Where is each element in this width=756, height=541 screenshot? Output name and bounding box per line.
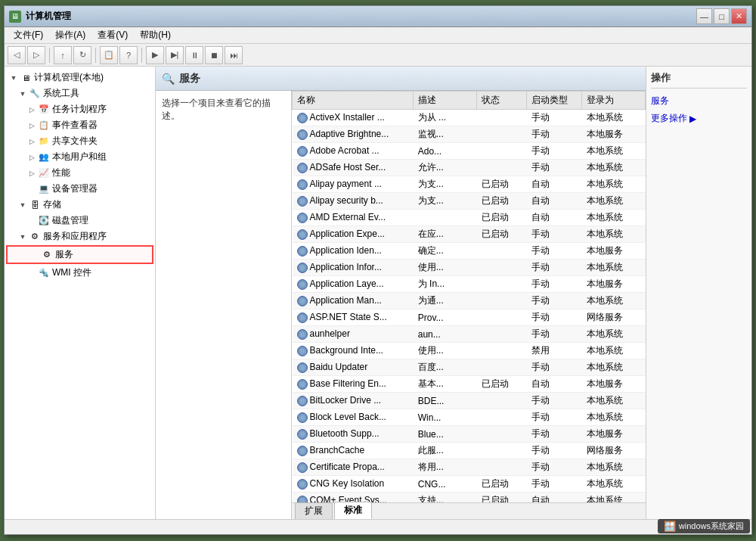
svc-status: 已启动 (477, 193, 527, 210)
bottom-tabs: 扩展 标准 (292, 502, 646, 519)
svc-startup: 手动 (527, 143, 582, 160)
close-button[interactable]: ✕ (731, 8, 747, 24)
svc-login: 本地系统 (582, 293, 646, 309)
svc-status (477, 160, 527, 176)
table-row[interactable]: Application Iden... 确定... 手动 本地服务 (293, 243, 646, 260)
table-row[interactable]: Application Infor... 使用... 手动 本地系统 (293, 260, 646, 276)
svc-status (477, 326, 527, 343)
table-row[interactable]: ActiveX Installer ... 为从 ... 手动 本地系统 (293, 110, 646, 126)
table-row[interactable]: BranchCache 此服... 手动 网络服务 (293, 443, 646, 459)
table-row[interactable]: aunhelper aun... 手动 本地系统 (293, 326, 646, 343)
svc-name: ActiveX Installer ... (293, 110, 414, 126)
menu-bar: 文件(F) 操作(A) 查看(V) 帮助(H) (5, 27, 751, 44)
sidebar-item-shared-folders[interactable]: ▷ 📁 共享文件夹 (5, 133, 155, 149)
table-row[interactable]: Block Level Back... Win... 手动 本地系统 (293, 409, 646, 426)
event-arrow: ▷ (26, 122, 38, 129)
service-list-panel: 名称 描述 状态 启动类型 登录为 ActiveX Installer ... … (292, 91, 646, 519)
watermark-logo: 🪟 (664, 521, 676, 532)
refresh-button[interactable]: ↻ (73, 46, 91, 64)
svc-login: 网络服务 (582, 309, 646, 326)
svc-name: Certificate Propa... (293, 459, 414, 476)
table-row[interactable]: Certificate Propa... 将用... 手动 本地系统 (293, 459, 646, 476)
forward-button[interactable]: ▷ (27, 46, 45, 64)
sidebar-item-event-viewer[interactable]: ▷ 📋 事件查看器 (5, 117, 155, 133)
svc-desc: 为支... (414, 176, 477, 193)
menu-file[interactable]: 文件(F) (8, 27, 49, 43)
table-row[interactable]: Application Man... 为通... 手动 本地系统 (293, 293, 646, 309)
stop-button[interactable]: ⏹ (205, 46, 223, 64)
pause-button[interactable]: ⏸ (185, 46, 203, 64)
svc-name: Base Filtering En... (293, 376, 414, 393)
table-row[interactable]: Background Inte... 使用... 禁用 本地系统 (293, 343, 646, 359)
svc-status (477, 359, 527, 376)
table-row[interactable]: BitLocker Drive ... BDE... 手动 本地系统 (293, 393, 646, 409)
skip-button[interactable]: ⏭ (225, 46, 243, 64)
menu-help[interactable]: 帮助(H) (134, 27, 177, 43)
menu-view[interactable]: 查看(V) (91, 27, 134, 43)
perf-label: 性能 (52, 166, 70, 179)
sidebar-item-wmi[interactable]: 🔩 WMI 控件 (5, 265, 155, 281)
sidebar-item-services-apps[interactable]: ▼ ⚙ 服务和应用程序 (5, 229, 155, 244)
table-row[interactable]: Application Expe... 在应... 已启动 手动 本地系统 (293, 226, 646, 243)
sidebar-item-device-manager[interactable]: 💻 设备管理器 (5, 181, 155, 197)
col-login[interactable]: 登录为 (582, 92, 646, 110)
tab-expand[interactable]: 扩展 (295, 502, 333, 519)
table-row[interactable]: Alipay payment ... 为支... 已启动 自动 本地系统 (293, 176, 646, 193)
table-row[interactable]: CNG Key Isolation CNG... 已启动 手动 本地系统 (293, 476, 646, 493)
sidebar-item-disk-mgmt[interactable]: 💽 磁盘管理 (5, 213, 155, 229)
table-row[interactable]: Alipay security b... 为支... 已启动 自动 本地系统 (293, 193, 646, 210)
svc-startup: 手动 (527, 226, 582, 243)
table-row[interactable]: Bluetooth Supp... Blue... 手动 本地服务 (293, 426, 646, 443)
sidebar-item-task-scheduler[interactable]: ▷ 📅 任务计划程序 (5, 101, 155, 117)
sidebar-item-performance[interactable]: ▷ 📈 性能 (5, 165, 155, 181)
col-name[interactable]: 名称 (293, 92, 414, 110)
svc-startup: 手动 (527, 126, 582, 143)
svc-desc: 使用... (414, 260, 477, 276)
export-button[interactable]: 📋 (100, 46, 118, 64)
svc-startup: 手动 (527, 243, 582, 260)
task-label: 任务计划程序 (52, 103, 107, 116)
svc-desc: 基本... (414, 376, 477, 393)
minimize-button[interactable]: — (696, 8, 712, 24)
play-button[interactable]: ▶ (146, 46, 164, 64)
svcapps-label: 服务和应用程序 (43, 230, 107, 243)
sidebar-item-services[interactable]: ⚙ 服务 (6, 245, 153, 264)
col-desc[interactable]: 描述 (414, 92, 477, 110)
table-row[interactable]: Adobe Acrobat ... Ado... 手动 本地系统 (293, 143, 646, 160)
up-button[interactable]: ↑ (54, 46, 72, 64)
svc-desc: 确定... (414, 243, 477, 260)
menu-action[interactable]: 操作(A) (49, 27, 91, 43)
svc-status: 已启动 (477, 376, 527, 393)
svc-name: Background Inte... (293, 343, 414, 359)
svc-desc: Blue... (414, 426, 477, 443)
table-row[interactable]: ADSafe Host Ser... 允许... 手动 本地系统 (293, 160, 646, 176)
back-button[interactable]: ◁ (8, 46, 26, 64)
col-startup[interactable]: 启动类型 (527, 92, 582, 110)
svc-name: Application Infor... (293, 260, 414, 276)
table-row[interactable]: ASP.NET State S... Prov... 手动 网络服务 (293, 309, 646, 326)
service-header-title: 服务 (179, 72, 200, 86)
table-row[interactable]: COM+ Event Sys... 支持... 已启动 自动 本地系统 (293, 493, 646, 503)
svc-desc: 将用... (414, 459, 477, 476)
sidebar-item-local-users[interactable]: ▷ 👥 本地用户和组 (5, 149, 155, 165)
right-action-more[interactable]: 更多操作 ▶ (651, 112, 747, 125)
table-row[interactable]: Application Laye... 为 In... 手动 本地服务 (293, 276, 646, 293)
help-button[interactable]: ? (119, 46, 138, 64)
col-status[interactable]: 状态 (477, 92, 527, 110)
step-button[interactable]: ▶| (166, 46, 184, 64)
right-action-services[interactable]: 服务 (651, 93, 747, 109)
table-row[interactable]: Adaptive Brightne... 监视... 手动 本地服务 (293, 126, 646, 143)
table-row[interactable]: Baidu Updater 百度... 手动 本地系统 (293, 359, 646, 376)
sidebar-item-system-tools[interactable]: ▼ 🔧 系统工具 (5, 86, 155, 101)
svc-login: 本地系统 (582, 343, 646, 359)
tab-standard[interactable]: 标准 (334, 502, 372, 519)
service-table[interactable]: 名称 描述 状态 启动类型 登录为 ActiveX Installer ... … (292, 91, 646, 502)
svc-status (477, 309, 527, 326)
sidebar-item-storage[interactable]: ▼ 🗄 存储 (5, 197, 155, 213)
maximize-button[interactable]: □ (714, 8, 730, 24)
svc-name: Adobe Acrobat ... (293, 143, 414, 160)
table-row[interactable]: AMD External Ev... 已启动 自动 本地系统 (293, 210, 646, 226)
table-row[interactable]: Base Filtering En... 基本... 已启动 自动 本地服务 (293, 376, 646, 393)
svc-login: 本地系统 (582, 143, 646, 160)
sidebar-root[interactable]: ▼ 🖥 计算机管理(本地) (5, 70, 155, 86)
